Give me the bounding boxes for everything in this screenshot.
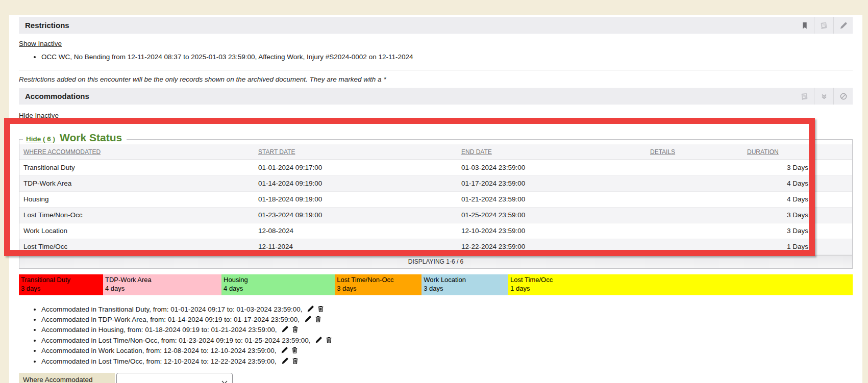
add-accommodation-form: Where Accommodated [19, 373, 853, 383]
restrictions-title: Restrictions [25, 21, 69, 30]
show-inactive-link[interactable]: Show Inactive [19, 40, 62, 47]
list-item: Accommodated in Work Location, from: 12-… [41, 346, 853, 356]
work-status-hide-link[interactable]: Hide ( 6 ) [26, 135, 55, 143]
restrictions-header-icons [795, 17, 853, 34]
where-accommodated-label: Where Accommodated [19, 373, 115, 383]
divider [19, 70, 853, 70]
delete-icon[interactable] [317, 305, 325, 313]
list-item: Accommodated in Transitional Duty, from:… [41, 304, 853, 315]
accommodations-header-bar: Accommodations [19, 88, 853, 105]
table-row: Work Location 12-08-2024 12-10-2024 23:5… [19, 223, 852, 239]
work-status-legend: Hide ( 6 ) Work Status [23, 132, 127, 144]
collapse-icon[interactable] [814, 88, 833, 105]
edit-icon[interactable] [281, 346, 288, 354]
edit-icon[interactable] [281, 357, 289, 365]
bookmark-icon[interactable] [795, 17, 814, 34]
book-icon[interactable] [814, 17, 833, 34]
table-row: Lost Time/Non-Occ 01-23-2024 09:19:00 01… [19, 207, 852, 223]
work-status-table: WHERE ACCOMMODATED START DATE END DATE D… [19, 144, 852, 255]
col-header-details[interactable]: DETAILS [646, 144, 743, 160]
edit-icon[interactable] [315, 336, 323, 344]
col-header-start-date[interactable]: START DATE [254, 144, 457, 160]
list-item: Accommodated in Lost Time/Occ, from: 12-… [41, 356, 853, 367]
col-header-duration[interactable]: DURATION [743, 144, 852, 160]
timeline-segment: Lost Time/Non-Occ 3 days [335, 274, 421, 295]
work-status-panel: Hide ( 6 ) Work Status WHERE ACCOMMODATE… [19, 139, 853, 269]
table-row: Lost Time/Occ 12-11-2024 12-22-2024 23:5… [19, 239, 852, 254]
restriction-item: OCC WC, No Bending from 12-11-2024 08:37… [41, 53, 853, 62]
hide-inactive-link[interactable]: Hide Inactive [19, 112, 59, 119]
restrictions-list: OCC WC, No Bending from 12-11-2024 08:37… [41, 53, 853, 62]
table-row: TDP-Work Area 01-14-2024 09:19:00 01-17-… [19, 175, 852, 191]
delete-icon[interactable] [291, 357, 299, 365]
list-item: Accommodated in TDP-Work Area, from: 01-… [41, 315, 853, 325]
where-accommodated-select[interactable] [116, 373, 233, 383]
timeline-segment: Transitional Duty 3 days [19, 274, 103, 295]
chevron-down-icon [221, 377, 228, 383]
col-header-where-accommodated[interactable]: WHERE ACCOMMODATED [19, 144, 254, 160]
edit-icon[interactable] [304, 315, 312, 323]
list-item: Accommodated in Lost Time/Non-Occ, from:… [41, 336, 853, 346]
accommodation-timeline: Transitional Duty 3 days TDP-Work Area 4… [19, 274, 853, 295]
block-icon[interactable] [834, 88, 853, 105]
edit-icon[interactable] [281, 325, 289, 333]
timeline-segment: Work Location 3 days [421, 274, 508, 295]
book-icon[interactable] [795, 88, 814, 105]
restrictions-note: Restrictions added on this encounter wil… [19, 75, 853, 83]
table-row: Transitional Duty 01-01-2024 09:17:00 01… [19, 160, 852, 175]
accommodations-header-icons [795, 88, 853, 105]
list-item: Accommodated in Housing, from: 01-18-202… [41, 325, 853, 335]
page-content: Restrictions Show Inactive OCC WC, No Be… [9, 15, 862, 383]
work-status-title: Work Status [60, 132, 122, 144]
accommodation-entry-list: Accommodated in Transitional Duty, from:… [41, 304, 853, 367]
delete-icon[interactable] [325, 336, 333, 344]
edit-icon[interactable] [834, 17, 853, 34]
delete-icon[interactable] [291, 325, 299, 333]
table-paging-status: DISPLAYING 1-6 / 6 [19, 255, 852, 268]
timeline-segment: Lost Time/Occ 1 days [508, 274, 853, 295]
timeline-segment: Housing 4 days [221, 274, 335, 295]
col-header-end-date[interactable]: END DATE [457, 144, 646, 160]
delete-icon[interactable] [314, 315, 322, 323]
timeline-segment: TDP-Work Area 4 days [103, 274, 221, 295]
accommodations-title: Accommodations [25, 92, 89, 100]
delete-icon[interactable] [291, 346, 299, 354]
edit-icon[interactable] [307, 305, 314, 313]
table-header-row: WHERE ACCOMMODATED START DATE END DATE D… [19, 144, 852, 160]
restrictions-header-bar: Restrictions [19, 17, 853, 34]
table-row: Housing 01-18-2024 09:19:00 01-21-2024 2… [19, 191, 852, 207]
